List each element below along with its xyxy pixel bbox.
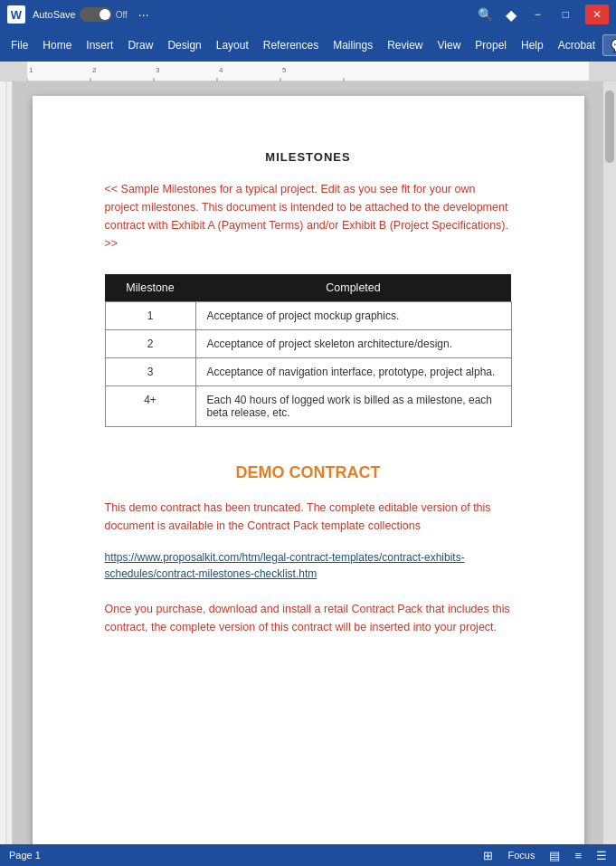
menu-help[interactable]: Help — [514, 35, 551, 55]
document-page: MILESTONES << Sample Milestones for a ty… — [33, 96, 584, 844]
demo-contract-title: DEMO CONTRACT — [105, 463, 512, 482]
view-icon-1[interactable]: ⊞ — [483, 849, 493, 862]
menu-review[interactable]: Review — [380, 35, 430, 55]
menu-propel[interactable]: Propel — [468, 35, 514, 55]
title-bar: W AutoSave Off ··· 🔍 ◆ − □ ✕ — [0, 0, 616, 29]
menu-insert[interactable]: Insert — [79, 35, 120, 55]
menu-references[interactable]: References — [256, 35, 326, 55]
menu-file[interactable]: File — [4, 35, 35, 55]
status-bar: Page 1 ⊞ Focus ▤ ≡ ☰ — [0, 844, 616, 866]
comment-icon: 💬 — [611, 38, 616, 52]
menu-acrobat[interactable]: Acrobat — [551, 35, 602, 55]
focus-label[interactable]: Focus — [507, 850, 535, 861]
milestone-description: Acceptance of project skeleton architect… — [195, 330, 511, 358]
ruler-center: 1 2 3 4 5 — [27, 62, 589, 81]
view-icon-2[interactable]: ▤ — [549, 849, 560, 862]
svg-text:3: 3 — [156, 66, 160, 74]
demo-description: This demo contract has been truncated. T… — [105, 499, 512, 535]
table-row: 1Acceptance of project mockup graphics. — [105, 302, 511, 330]
table-row: 3Acceptance of navigation interface, pro… — [105, 358, 511, 386]
page-number: Page 1 — [9, 850, 41, 861]
content-area: MILESTONES << Sample Milestones for a ty… — [0, 81, 616, 844]
section-title: MILESTONES — [105, 150, 512, 164]
milestone-description: Acceptance of project mockup graphics. — [195, 302, 511, 330]
menu-design[interactable]: Design — [160, 35, 208, 55]
ruler-right-margin — [589, 62, 616, 81]
milestone-description: Acceptance of navigation interface, prot… — [195, 358, 511, 386]
restore-btn[interactable]: □ — [557, 6, 574, 23]
minimize-btn[interactable]: − — [529, 6, 546, 23]
autosave-section: AutoSave Off — [33, 7, 128, 22]
view-icon-4[interactable]: ☰ — [596, 849, 607, 862]
milestones-table: Milestone Completed 1Acceptance of proje… — [105, 274, 512, 427]
close-btn[interactable]: ✕ — [585, 5, 609, 24]
menu-bar: File Home Insert Draw Design Layout Refe… — [0, 29, 616, 62]
table-header-completed: Completed — [195, 274, 511, 302]
table-row: 2Acceptance of project skeleton architec… — [105, 330, 511, 358]
menu-home[interactable]: Home — [35, 35, 79, 55]
window-controls: − □ ✕ — [529, 5, 609, 24]
milestone-number: 4+ — [105, 386, 195, 427]
more-options-btn[interactable]: ··· — [138, 7, 149, 22]
menu-draw[interactable]: Draw — [120, 35, 160, 55]
demo-link[interactable]: https://www.proposalkit.com/htm/legal-co… — [105, 549, 512, 582]
table-row: 4+Each 40 hours of logged work is billed… — [105, 386, 511, 427]
svg-text:2: 2 — [92, 66, 97, 74]
view-icon-3[interactable]: ≡ — [574, 849, 582, 862]
ruler-left-margin — [0, 62, 27, 81]
svg-text:4: 4 — [219, 66, 223, 74]
diamond-icon: ◆ — [506, 6, 516, 24]
side-ruler — [0, 81, 13, 844]
intro-paragraph: << Sample Milestones for a typical proje… — [105, 180, 512, 252]
table-header-milestone: Milestone — [105, 274, 195, 302]
toggle-off-label: Off — [116, 10, 128, 20]
milestone-description: Each 40 hours of logged work is billed a… — [195, 386, 511, 427]
svg-text:1: 1 — [29, 66, 33, 74]
milestone-number: 2 — [105, 330, 195, 358]
comment-btn[interactable]: 💬 — [602, 34, 616, 56]
scrollbar-thumb[interactable] — [605, 90, 614, 163]
ruler: 1 2 3 4 5 — [0, 62, 616, 81]
toggle-knob — [100, 9, 110, 20]
word-icon: W — [7, 5, 25, 24]
purchase-text: Once you purchase, download and install … — [105, 600, 512, 636]
autosave-label: AutoSave — [33, 9, 76, 20]
vertical-scrollbar[interactable] — [603, 81, 616, 844]
menu-mailings[interactable]: Mailings — [326, 35, 380, 55]
search-icon[interactable]: 🔍 — [478, 7, 493, 22]
menu-view[interactable]: View — [431, 35, 469, 55]
milestone-number: 3 — [105, 358, 195, 386]
page-wrapper: MILESTONES << Sample Milestones for a ty… — [13, 81, 603, 844]
menu-layout[interactable]: Layout — [209, 35, 256, 55]
autosave-toggle[interactable] — [80, 7, 112, 22]
milestone-number: 1 — [105, 302, 195, 330]
svg-text:5: 5 — [282, 66, 287, 74]
